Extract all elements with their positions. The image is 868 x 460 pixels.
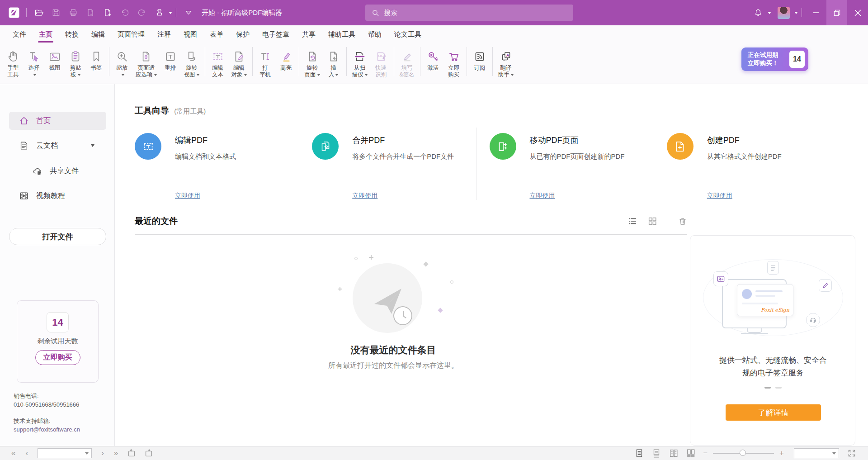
menu-accessibility[interactable]: 辅助工具 xyxy=(322,25,362,43)
menu-file[interactable]: 文件 xyxy=(6,25,33,43)
first-page-icon[interactable]: « xyxy=(6,447,20,460)
search-input[interactable]: 搜索 xyxy=(365,5,573,21)
from-scanner-button[interactable]: 从扫 描仪 xyxy=(349,46,371,79)
activate-button[interactable]: 激活 xyxy=(423,46,443,79)
zoom-slider[interactable] xyxy=(713,453,774,454)
insert-page-button[interactable]: 插 入 xyxy=(323,46,344,79)
chevron-down-icon[interactable] xyxy=(768,12,771,14)
restore-window-button[interactable] xyxy=(826,0,847,25)
typewriter-button[interactable]: 打 字机 xyxy=(255,46,276,79)
sidebar-item-home[interactable]: 首页 xyxy=(9,112,106,130)
touch-mode-icon[interactable] xyxy=(151,5,167,20)
sidebar-item-video-tutorials[interactable]: 视频教程 xyxy=(9,187,106,205)
status-bar: « ‹ › » − + xyxy=(0,446,868,460)
clipboard-button[interactable]: 剪贴 板 xyxy=(65,46,86,79)
translate-assistant-button[interactable]: A 翻译 助手 xyxy=(495,46,517,79)
list-view-icon[interactable] xyxy=(627,216,637,226)
reflow-button[interactable]: 重排 xyxy=(160,46,181,79)
notification-bell-icon[interactable] xyxy=(750,5,766,20)
caret-down-icon[interactable] xyxy=(832,452,836,455)
next-view-icon[interactable] xyxy=(144,448,154,458)
fullscreen-icon[interactable] xyxy=(847,449,856,458)
menu-view[interactable]: 视图 xyxy=(177,25,203,43)
shared-cloud-icon xyxy=(33,166,42,176)
support-email-address[interactable]: support@foxitsoftware.cn xyxy=(14,425,80,434)
card-merge-pdf[interactable]: 合并PDF 将多个文件合并生成一个PDF文件 立即使用 xyxy=(299,128,476,200)
continuous-view-icon[interactable] xyxy=(651,448,661,458)
menu-comment[interactable]: 注释 xyxy=(151,25,177,43)
fit-page-button[interactable]: 页面适 应选项 xyxy=(132,46,160,79)
window-title: 开始 - 福昕高级PDF编辑器 xyxy=(202,9,282,17)
buy-now-pill-button[interactable]: 立即购买 xyxy=(35,350,80,365)
bookmark-button[interactable]: 书签 xyxy=(86,46,107,79)
search-placeholder: 搜索 xyxy=(384,9,397,17)
carousel-dot-active[interactable] xyxy=(764,387,771,389)
subscribe-button[interactable]: 订阅 xyxy=(469,46,490,79)
menu-paper-tools[interactable]: 论文工具 xyxy=(388,25,428,43)
menu-page-organize[interactable]: 页面管理 xyxy=(111,25,151,43)
facing-view-icon[interactable] xyxy=(669,448,679,458)
open-file-button[interactable]: 打开文件 xyxy=(9,228,106,245)
facing-continuous-view-icon[interactable] xyxy=(686,448,696,458)
edit-object-button[interactable]: 编辑 对象 xyxy=(228,46,250,79)
menu-help[interactable]: 帮助 xyxy=(362,25,388,43)
zoom-out-icon[interactable]: − xyxy=(699,449,711,458)
open-file-icon[interactable] xyxy=(31,5,47,20)
card-move-pdf-pages[interactable]: 移动PDF页面 从已有的PDF页面创建新的PDF 立即使用 xyxy=(476,128,654,200)
page-number-box[interactable] xyxy=(38,448,92,458)
last-page-icon[interactable]: » xyxy=(109,447,123,460)
card-create-pdf[interactable]: 创建PDF 从其它格式文件创建PDF 立即使用 xyxy=(654,128,831,200)
cloud-document-icon xyxy=(19,141,29,151)
menu-home[interactable]: 主页 xyxy=(33,25,59,43)
snapshot-button[interactable]: 截图 xyxy=(44,46,65,79)
chevron-down-icon[interactable] xyxy=(169,12,172,14)
next-page-icon[interactable]: › xyxy=(96,447,109,460)
page-number-input[interactable] xyxy=(38,449,85,457)
zoom-in-icon[interactable]: + xyxy=(776,449,788,458)
use-now-link[interactable]: 立即使用 xyxy=(175,192,200,200)
sidebar-item-shared-files[interactable]: 共享文件 xyxy=(9,162,106,180)
edit-object-icon xyxy=(232,47,246,63)
zoom-button[interactable]: 缩放 xyxy=(112,46,132,79)
edit-text-button[interactable]: 编辑 文本 xyxy=(208,46,228,79)
sidebar-item-cloud-docs[interactable]: 云文档 xyxy=(9,137,106,155)
ocr-icon: OCR xyxy=(374,47,388,63)
close-button[interactable] xyxy=(847,0,868,25)
use-now-link[interactable]: 立即使用 xyxy=(530,192,555,200)
menu-share[interactable]: 共享 xyxy=(296,25,322,43)
chevron-down-icon[interactable] xyxy=(794,12,798,14)
card-edit-pdf[interactable]: 编辑PDF 编辑文档和文本格式 立即使用 xyxy=(135,128,299,200)
buy-now-button[interactable]: 立即 购买 xyxy=(443,46,464,79)
menu-convert[interactable]: 转换 xyxy=(59,25,85,43)
menu-protect[interactable]: 保护 xyxy=(230,25,256,43)
select-tool-button[interactable]: 选择 xyxy=(24,46,44,79)
sparkle-icon xyxy=(369,255,373,260)
user-avatar[interactable] xyxy=(778,7,790,19)
menu-esign[interactable]: 电子签章 xyxy=(256,25,296,43)
use-now-link[interactable]: 立即使用 xyxy=(707,192,732,200)
caret-down-icon[interactable] xyxy=(91,144,94,147)
zoom-level-box[interactable] xyxy=(794,448,839,458)
rotate-page-button[interactable]: 旋转 页面 xyxy=(302,46,323,79)
zoom-level-input[interactable] xyxy=(794,449,832,457)
clear-recent-trash-icon[interactable] xyxy=(678,217,687,226)
previous-page-icon[interactable]: ‹ xyxy=(20,447,33,460)
use-now-link[interactable]: 立即使用 xyxy=(352,192,377,200)
trial-banner[interactable]: 正在试用期 立即购买！ 14 xyxy=(741,47,808,71)
caret-down-icon[interactable] xyxy=(85,452,89,455)
carousel-dot[interactable] xyxy=(775,387,782,389)
toolbar-collapse-icon[interactable] xyxy=(181,5,196,20)
previous-view-icon[interactable] xyxy=(127,448,137,458)
highlight-button[interactable]: 高亮 xyxy=(276,46,297,79)
new-document-icon[interactable] xyxy=(100,5,115,20)
zoom-slider-thumb[interactable] xyxy=(740,450,746,456)
hand-tool-button[interactable]: 手型 工具 xyxy=(3,46,24,79)
menu-edit[interactable]: 编辑 xyxy=(85,25,111,43)
carousel-dots[interactable] xyxy=(690,387,855,389)
learn-more-button[interactable]: 了解详情 xyxy=(726,404,821,421)
minimize-button[interactable] xyxy=(806,0,826,25)
rotate-view-button[interactable]: 旋转 视图 xyxy=(181,46,203,79)
grid-view-icon[interactable] xyxy=(647,216,657,226)
single-page-view-icon[interactable] xyxy=(634,448,644,458)
menu-form[interactable]: 表单 xyxy=(203,25,230,43)
